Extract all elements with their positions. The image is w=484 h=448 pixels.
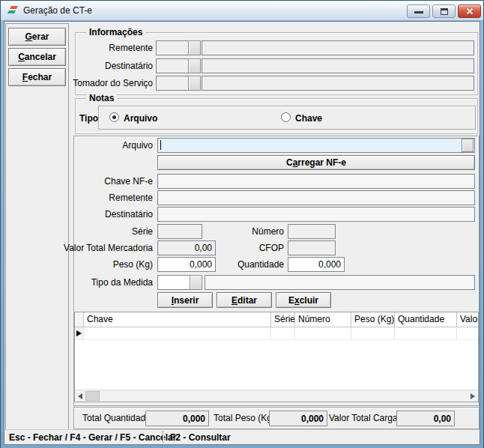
tipo-radio-panel: Arquivo Chave <box>98 106 476 130</box>
total-peso-label: Total Peso (Kg) <box>214 408 266 429</box>
close-button[interactable] <box>458 4 481 18</box>
remetente-info-label: Remetente <box>46 40 153 55</box>
notas-legend: Notas <box>86 93 117 103</box>
destinatario-info-label: Destinatário <box>46 58 153 73</box>
cfop-label: CFOP <box>177 240 284 255</box>
tipo-medida-code-input[interactable] <box>157 275 190 290</box>
grid-col-chave[interactable]: Chave <box>84 312 271 327</box>
tomador-lookup-button[interactable] <box>188 76 201 91</box>
radio-chave-label[interactable]: Chave <box>295 113 322 124</box>
grid-col-quantidade[interactable]: Quantidade <box>395 312 457 327</box>
minimize-icon <box>414 11 423 13</box>
chave-nfe-field <box>157 174 475 189</box>
maximize-icon <box>441 8 448 15</box>
editar-button[interactable]: Editar <box>217 292 272 308</box>
total-peso-field: 0,000 <box>269 411 327 426</box>
tipo-medida-label: Tipo da Medida <box>46 275 153 290</box>
destinatario-name-field <box>202 58 474 73</box>
titlebar[interactable]: Geração de CT-e <box>1 1 483 21</box>
text-caret <box>160 140 161 150</box>
valor-total-carga-label: Valor Total Carga <box>329 408 393 429</box>
statusbar-consultar: F2 - Consultar <box>170 432 231 444</box>
grid-selector-header <box>75 312 84 327</box>
remetente-code-field[interactable] <box>156 40 189 55</box>
chevron-left-icon[interactable] <box>78 393 82 399</box>
notas-grid[interactable]: Chave Série Número Peso (Kg) Quantidade … <box>74 312 479 402</box>
scrollbar-thumb[interactable] <box>85 391 100 401</box>
valor-total-carga-field: 0,00 <box>396 411 455 426</box>
grid-col-peso[interactable]: Peso (Kg) <box>351 312 395 327</box>
window-frame: Gerar Cancelar Fechar Informações Remete… <box>1 21 483 448</box>
destinatario-nfe-label: Destinatário <box>46 207 153 222</box>
grid-empty-row[interactable] <box>75 327 478 340</box>
chevron-right-icon[interactable] <box>471 393 475 399</box>
grid-horizontal-scrollbar[interactable] <box>75 390 478 402</box>
chave-nfe-label: Chave NF-e <box>46 174 153 189</box>
tipo-medida-desc-field <box>205 275 475 290</box>
grid-header: Chave Série Número Peso (Kg) Quantidade … <box>75 312 478 327</box>
radio-chave[interactable] <box>281 112 291 122</box>
destinatario-nfe-field <box>157 207 475 222</box>
totals-panel: Total Quantidade 0,000 Total Peso (Kg) 0… <box>73 407 480 429</box>
tomador-name-field <box>202 76 474 91</box>
remetente-nfe-label: Remetente <box>46 190 153 205</box>
quantidade-label: Quantidade <box>177 257 284 272</box>
peso-label: Peso (Kg) <box>46 257 153 272</box>
statusbar: Esc - Fechar / F4 - Gerar / F5 - Cancela… <box>4 429 480 444</box>
carregar-nfe-button[interactable]: Carregar NF-e <box>157 155 475 170</box>
client-area: Gerar Cancelar Fechar Informações Remete… <box>4 21 480 445</box>
numero-label: Número <box>177 224 284 239</box>
arquivo-input[interactable] <box>157 138 475 153</box>
inserir-button[interactable]: Inserir <box>157 292 213 308</box>
tomador-info-label: Tomador do Serviço <box>46 76 153 91</box>
total-quantidade-label: Total Quantidade <box>82 408 142 429</box>
cfop-field <box>288 240 336 255</box>
quantidade-input[interactable]: 0,000 <box>288 257 345 272</box>
app-window: Geração de CT-e Gerar Cancelar Fechar In… <box>0 0 484 448</box>
statusbar-divider <box>163 431 163 444</box>
arquivo-browse-button[interactable] <box>462 139 474 152</box>
radio-arquivo[interactable] <box>109 112 119 122</box>
numero-field <box>288 224 336 239</box>
minimize-button[interactable] <box>407 4 430 18</box>
serie-label: Série <box>46 224 153 239</box>
remetente-name-field <box>202 40 474 55</box>
arquivo-label: Arquivo <box>46 138 153 153</box>
valor-total-mercadoria-label: Valor Total Mercadoria <box>46 240 153 255</box>
informacoes-legend: Informações <box>86 27 145 37</box>
row-indicator-arrow-icon <box>76 330 82 336</box>
radio-arquivo-label[interactable]: Arquivo <box>124 113 157 124</box>
remetente-lookup-button[interactable] <box>188 40 201 55</box>
grid-col-serie[interactable]: Série <box>271 312 295 327</box>
destinatario-code-field[interactable] <box>156 58 189 73</box>
statusbar-shortcuts: Esc - Fechar / F4 - Gerar / F5 - Cancela… <box>9 432 176 444</box>
grid-col-valor[interactable]: Valor <box>457 312 479 327</box>
app-logo-icon <box>7 4 19 16</box>
tomador-code-field[interactable] <box>156 76 189 91</box>
excluir-button[interactable]: Excluir <box>276 292 331 308</box>
tipo-medida-lookup-button[interactable] <box>190 275 202 290</box>
maximize-button[interactable] <box>432 4 456 18</box>
grid-col-numero[interactable]: Número <box>295 312 351 327</box>
remetente-nfe-field <box>157 190 475 205</box>
total-quantidade-field: 0,000 <box>145 411 209 426</box>
destinatario-lookup-button[interactable] <box>188 58 201 73</box>
window-title: Geração de CT-e <box>23 1 92 20</box>
